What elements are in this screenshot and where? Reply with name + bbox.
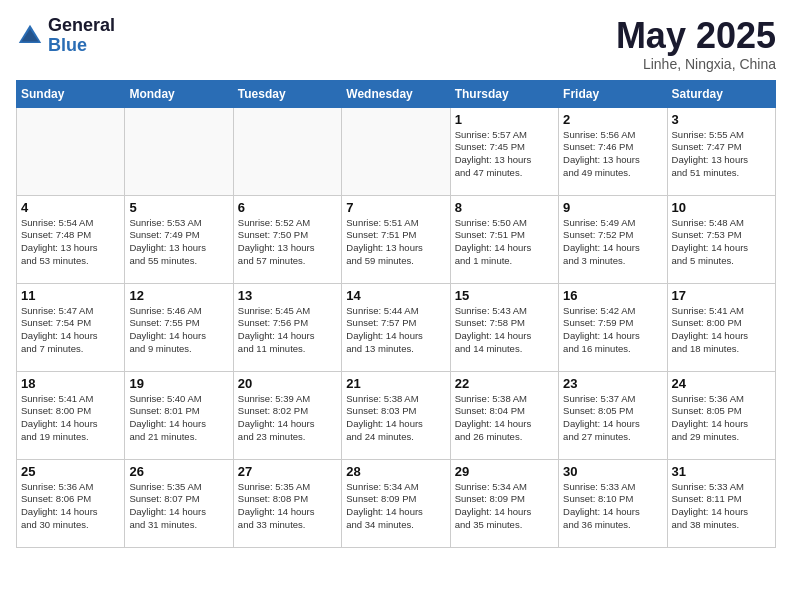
day-number: 23 — [563, 376, 662, 391]
day-number: 24 — [672, 376, 771, 391]
title-area: May 2025 Linhe, Ningxia, China — [616, 16, 776, 72]
calendar-day-cell: 25Sunrise: 5:36 AM Sunset: 8:06 PM Dayli… — [17, 459, 125, 547]
day-info: Sunrise: 5:41 AM Sunset: 8:00 PM Dayligh… — [21, 393, 120, 444]
calendar-day-cell: 2Sunrise: 5:56 AM Sunset: 7:46 PM Daylig… — [559, 107, 667, 195]
calendar-day-cell: 7Sunrise: 5:51 AM Sunset: 7:51 PM Daylig… — [342, 195, 450, 283]
day-info: Sunrise: 5:53 AM Sunset: 7:49 PM Dayligh… — [129, 217, 228, 268]
logo-blue: Blue — [48, 36, 115, 56]
calendar-day-cell: 29Sunrise: 5:34 AM Sunset: 8:09 PM Dayli… — [450, 459, 558, 547]
calendar-day-cell: 21Sunrise: 5:38 AM Sunset: 8:03 PM Dayli… — [342, 371, 450, 459]
day-info: Sunrise: 5:41 AM Sunset: 8:00 PM Dayligh… — [672, 305, 771, 356]
day-info: Sunrise: 5:34 AM Sunset: 8:09 PM Dayligh… — [455, 481, 554, 532]
page-header: General Blue May 2025 Linhe, Ningxia, Ch… — [16, 16, 776, 72]
day-info: Sunrise: 5:51 AM Sunset: 7:51 PM Dayligh… — [346, 217, 445, 268]
day-number: 16 — [563, 288, 662, 303]
calendar-day-cell: 8Sunrise: 5:50 AM Sunset: 7:51 PM Daylig… — [450, 195, 558, 283]
calendar-day-cell: 26Sunrise: 5:35 AM Sunset: 8:07 PM Dayli… — [125, 459, 233, 547]
day-number: 5 — [129, 200, 228, 215]
day-info: Sunrise: 5:44 AM Sunset: 7:57 PM Dayligh… — [346, 305, 445, 356]
day-info: Sunrise: 5:38 AM Sunset: 8:04 PM Dayligh… — [455, 393, 554, 444]
day-info: Sunrise: 5:55 AM Sunset: 7:47 PM Dayligh… — [672, 129, 771, 180]
day-number: 18 — [21, 376, 120, 391]
calendar-day-cell: 1Sunrise: 5:57 AM Sunset: 7:45 PM Daylig… — [450, 107, 558, 195]
calendar-day-cell: 23Sunrise: 5:37 AM Sunset: 8:05 PM Dayli… — [559, 371, 667, 459]
day-info: Sunrise: 5:47 AM Sunset: 7:54 PM Dayligh… — [21, 305, 120, 356]
day-number: 30 — [563, 464, 662, 479]
day-number: 14 — [346, 288, 445, 303]
calendar-day-cell — [125, 107, 233, 195]
day-number: 2 — [563, 112, 662, 127]
calendar-day-cell: 22Sunrise: 5:38 AM Sunset: 8:04 PM Dayli… — [450, 371, 558, 459]
day-number: 27 — [238, 464, 337, 479]
day-number: 9 — [563, 200, 662, 215]
day-number: 31 — [672, 464, 771, 479]
day-info: Sunrise: 5:38 AM Sunset: 8:03 PM Dayligh… — [346, 393, 445, 444]
day-info: Sunrise: 5:54 AM Sunset: 7:48 PM Dayligh… — [21, 217, 120, 268]
day-info: Sunrise: 5:33 AM Sunset: 8:10 PM Dayligh… — [563, 481, 662, 532]
weekday-header: Wednesday — [342, 80, 450, 107]
day-info: Sunrise: 5:40 AM Sunset: 8:01 PM Dayligh… — [129, 393, 228, 444]
location: Linhe, Ningxia, China — [616, 56, 776, 72]
calendar-day-cell: 14Sunrise: 5:44 AM Sunset: 7:57 PM Dayli… — [342, 283, 450, 371]
day-number: 19 — [129, 376, 228, 391]
calendar-day-cell: 27Sunrise: 5:35 AM Sunset: 8:08 PM Dayli… — [233, 459, 341, 547]
logo-text: General Blue — [48, 16, 115, 56]
day-info: Sunrise: 5:49 AM Sunset: 7:52 PM Dayligh… — [563, 217, 662, 268]
day-info: Sunrise: 5:35 AM Sunset: 8:08 PM Dayligh… — [238, 481, 337, 532]
calendar-week-row: 18Sunrise: 5:41 AM Sunset: 8:00 PM Dayli… — [17, 371, 776, 459]
day-info: Sunrise: 5:35 AM Sunset: 8:07 PM Dayligh… — [129, 481, 228, 532]
day-info: Sunrise: 5:36 AM Sunset: 8:06 PM Dayligh… — [21, 481, 120, 532]
day-number: 10 — [672, 200, 771, 215]
calendar-week-row: 4Sunrise: 5:54 AM Sunset: 7:48 PM Daylig… — [17, 195, 776, 283]
calendar-day-cell: 11Sunrise: 5:47 AM Sunset: 7:54 PM Dayli… — [17, 283, 125, 371]
day-info: Sunrise: 5:33 AM Sunset: 8:11 PM Dayligh… — [672, 481, 771, 532]
day-info: Sunrise: 5:48 AM Sunset: 7:53 PM Dayligh… — [672, 217, 771, 268]
day-number: 26 — [129, 464, 228, 479]
calendar-day-cell: 3Sunrise: 5:55 AM Sunset: 7:47 PM Daylig… — [667, 107, 775, 195]
weekday-header: Friday — [559, 80, 667, 107]
day-number: 4 — [21, 200, 120, 215]
day-number: 3 — [672, 112, 771, 127]
day-info: Sunrise: 5:37 AM Sunset: 8:05 PM Dayligh… — [563, 393, 662, 444]
calendar-week-row: 1Sunrise: 5:57 AM Sunset: 7:45 PM Daylig… — [17, 107, 776, 195]
day-number: 11 — [21, 288, 120, 303]
calendar-day-cell: 28Sunrise: 5:34 AM Sunset: 8:09 PM Dayli… — [342, 459, 450, 547]
weekday-header: Monday — [125, 80, 233, 107]
calendar-day-cell: 4Sunrise: 5:54 AM Sunset: 7:48 PM Daylig… — [17, 195, 125, 283]
day-info: Sunrise: 5:56 AM Sunset: 7:46 PM Dayligh… — [563, 129, 662, 180]
day-info: Sunrise: 5:46 AM Sunset: 7:55 PM Dayligh… — [129, 305, 228, 356]
calendar-day-cell: 15Sunrise: 5:43 AM Sunset: 7:58 PM Dayli… — [450, 283, 558, 371]
day-number: 21 — [346, 376, 445, 391]
calendar-week-row: 25Sunrise: 5:36 AM Sunset: 8:06 PM Dayli… — [17, 459, 776, 547]
calendar-day-cell: 31Sunrise: 5:33 AM Sunset: 8:11 PM Dayli… — [667, 459, 775, 547]
calendar-day-cell — [233, 107, 341, 195]
day-number: 25 — [21, 464, 120, 479]
day-number: 13 — [238, 288, 337, 303]
calendar-week-row: 11Sunrise: 5:47 AM Sunset: 7:54 PM Dayli… — [17, 283, 776, 371]
day-info: Sunrise: 5:42 AM Sunset: 7:59 PM Dayligh… — [563, 305, 662, 356]
weekday-header-row: SundayMondayTuesdayWednesdayThursdayFrid… — [17, 80, 776, 107]
day-info: Sunrise: 5:52 AM Sunset: 7:50 PM Dayligh… — [238, 217, 337, 268]
day-number: 15 — [455, 288, 554, 303]
day-info: Sunrise: 5:43 AM Sunset: 7:58 PM Dayligh… — [455, 305, 554, 356]
day-number: 12 — [129, 288, 228, 303]
day-number: 8 — [455, 200, 554, 215]
calendar-day-cell: 9Sunrise: 5:49 AM Sunset: 7:52 PM Daylig… — [559, 195, 667, 283]
calendar-day-cell: 13Sunrise: 5:45 AM Sunset: 7:56 PM Dayli… — [233, 283, 341, 371]
day-info: Sunrise: 5:36 AM Sunset: 8:05 PM Dayligh… — [672, 393, 771, 444]
calendar-day-cell: 18Sunrise: 5:41 AM Sunset: 8:00 PM Dayli… — [17, 371, 125, 459]
calendar-day-cell: 12Sunrise: 5:46 AM Sunset: 7:55 PM Dayli… — [125, 283, 233, 371]
weekday-header: Tuesday — [233, 80, 341, 107]
calendar-day-cell: 10Sunrise: 5:48 AM Sunset: 7:53 PM Dayli… — [667, 195, 775, 283]
logo-general: General — [48, 16, 115, 36]
day-info: Sunrise: 5:34 AM Sunset: 8:09 PM Dayligh… — [346, 481, 445, 532]
calendar-day-cell: 30Sunrise: 5:33 AM Sunset: 8:10 PM Dayli… — [559, 459, 667, 547]
calendar-day-cell: 16Sunrise: 5:42 AM Sunset: 7:59 PM Dayli… — [559, 283, 667, 371]
day-info: Sunrise: 5:45 AM Sunset: 7:56 PM Dayligh… — [238, 305, 337, 356]
calendar-day-cell — [342, 107, 450, 195]
weekday-header: Saturday — [667, 80, 775, 107]
day-number: 29 — [455, 464, 554, 479]
weekday-header: Sunday — [17, 80, 125, 107]
month-title: May 2025 — [616, 16, 776, 56]
day-number: 28 — [346, 464, 445, 479]
